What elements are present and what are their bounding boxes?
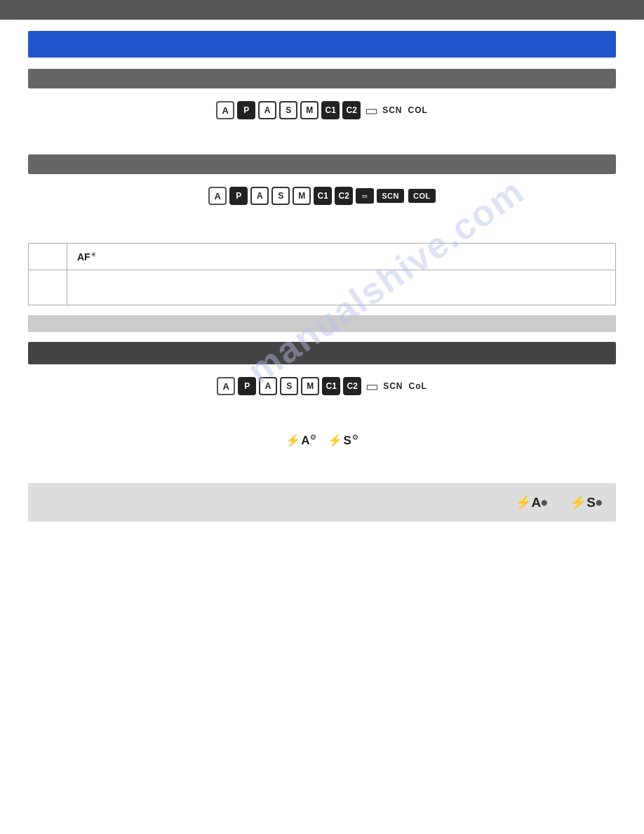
mode-m-1: M: [300, 101, 318, 119]
mode-m-3: M: [301, 377, 319, 395]
mode-movie-2: ▭: [356, 188, 374, 204]
note-flash-icon-slow: ⚡S⊛: [570, 494, 602, 510]
af-label: AF: [77, 251, 90, 263]
section2-header: [28, 154, 616, 174]
mode-a-2: A: [250, 187, 269, 205]
af-asterisk: ✳: [90, 251, 96, 258]
mode-p-3: P: [238, 377, 256, 395]
blue-bar-section1: [28, 31, 616, 58]
mode-scn-1: SCN: [382, 105, 402, 115]
mode-icons-row-2: A P A S M C1 C2 ▭ SCN COL: [0, 187, 644, 205]
mode-auto-1: A: [216, 101, 234, 119]
mode-movie-3: ▭: [365, 378, 379, 395]
mode-scn-2: SCN: [377, 189, 404, 203]
mode-c1-1: C1: [321, 101, 340, 119]
flash-icon-slow: ⚡S⊙: [328, 433, 358, 448]
mode-auto-2: A: [208, 187, 227, 205]
top-dark-bar: [0, 0, 644, 20]
mode-a-1: A: [258, 101, 276, 119]
mode-scn-3: SCN: [383, 381, 403, 391]
table-cell-content-1: AF✳: [67, 244, 616, 270]
mode-c2-3: C2: [343, 377, 361, 395]
table-row: AF✳: [29, 244, 616, 270]
info-table: AF✳: [28, 243, 616, 305]
mode-c1-3: C1: [322, 377, 340, 395]
light-gray-bar: [28, 315, 616, 332]
mode-icons-row-3: A P A S M C1 C2 ▭ SCN CoL: [0, 377, 644, 395]
mode-movie-1: ▭: [365, 102, 378, 119]
table-cell-content-2: [67, 270, 616, 305]
mode-auto-3: A: [217, 377, 235, 395]
mode-col-3: CoL: [409, 381, 427, 391]
mode-col-1: COL: [408, 105, 428, 115]
table-cell-icon-1: [29, 244, 67, 270]
note-box: ⚡A⊛ ⚡S⊛: [28, 483, 616, 522]
mode-s-3: S: [280, 377, 298, 395]
mode-a-3: A: [259, 377, 277, 395]
mode-m-2: M: [293, 187, 311, 205]
mode-c2-1: C2: [342, 101, 361, 119]
mode-c2-2: C2: [335, 187, 353, 205]
mode-col-2: COL: [408, 189, 436, 203]
flash-icons-row: ⚡A⊙ ⚡S⊙: [0, 433, 644, 448]
mode-p-1: P: [237, 101, 255, 119]
mode-s-1: S: [279, 101, 297, 119]
flash-icon-auto: ⚡A⊙: [286, 433, 316, 448]
table-cell-icon-2: [29, 270, 67, 305]
section3-header: [28, 342, 616, 364]
mode-icons-row-1: A P A S M C1 C2 ▭ SCN COL: [0, 101, 644, 119]
mode-p-2: P: [229, 187, 248, 205]
note-flash-icon-auto: ⚡A⊛: [515, 494, 548, 510]
section1-subheader: [28, 69, 616, 88]
mode-c1-2: C1: [314, 187, 332, 205]
table-row: [29, 270, 616, 305]
mode-s-2: S: [271, 187, 290, 205]
